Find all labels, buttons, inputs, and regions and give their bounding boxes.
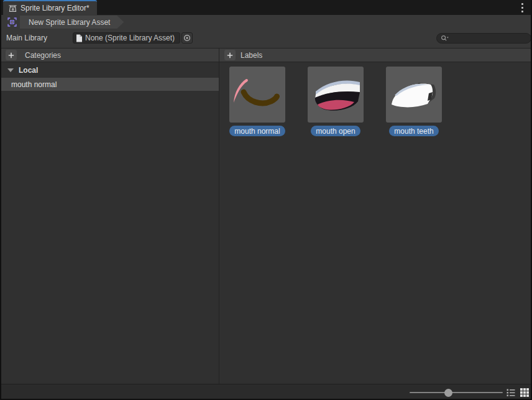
label-card-mouth-normal[interactable]: mouth normal [229, 67, 285, 136]
categories-header: Categories [1, 49, 219, 62]
labels-title: Labels [241, 51, 262, 60]
label-card-mouth-teeth[interactable]: mouth teeth [386, 67, 442, 136]
add-category-button[interactable] [6, 50, 17, 60]
main-library-row: Main Library None (Sprite Library Asset) [1, 29, 531, 48]
tab-title: Sprite Library Editor* [21, 4, 89, 12]
main-library-object-field[interactable]: None (Sprite Library Asset) [73, 32, 180, 44]
add-label-button[interactable] [224, 50, 236, 60]
categories-panel: Local mouth normal [1, 62, 219, 384]
list-view-icon[interactable] [506, 388, 516, 398]
object-picker-icon [183, 34, 191, 42]
label-pill[interactable]: mouth normal [229, 126, 285, 136]
label-pill[interactable]: mouth open [311, 126, 360, 136]
toolbar: New Sprite Library Asset Revert Save Aut… [1, 15, 531, 29]
object-picker-button[interactable] [181, 32, 193, 44]
kebab-menu-icon[interactable] [518, 3, 526, 12]
document-icon [76, 34, 83, 42]
local-foldout[interactable]: Local [1, 64, 219, 77]
label-card-mouth-open[interactable]: mouth open [308, 67, 364, 136]
plus-icon [8, 52, 14, 58]
search-input[interactable] [450, 34, 527, 43]
breadcrumb-label: New Sprite Library Asset [29, 18, 110, 27]
sprite-thumbnail-mouth-open [308, 67, 364, 123]
category-item-label: mouth normal [11, 80, 57, 89]
footer-bar [1, 384, 531, 400]
zoom-slider-track [410, 392, 503, 393]
breadcrumb-new-sprite-library-asset[interactable]: New Sprite Library Asset [20, 16, 124, 29]
sprite-library-icon [8, 4, 17, 13]
labels-header: Labels [219, 49, 531, 62]
zoom-slider[interactable] [410, 384, 503, 400]
grid-view-icon[interactable] [520, 388, 530, 398]
main-library-label: Main Library [6, 34, 47, 42]
category-item-mouth-normal[interactable]: mouth normal [1, 78, 219, 91]
zoom-slider-thumb[interactable] [444, 389, 452, 397]
label-cards: mouth normal mouth open [229, 67, 442, 136]
editor-body: Local mouth normal mouth normal [1, 62, 531, 384]
tab-sprite-library-editor[interactable]: Sprite Library Editor* [3, 0, 97, 15]
local-foldout-label: Local [19, 66, 38, 75]
categories-title: Categories [25, 51, 61, 60]
foldout-triangle-icon [7, 68, 14, 72]
sprite-thumbnail-mouth-teeth [386, 67, 442, 123]
panel-headers: Categories Labels [1, 48, 531, 62]
search-icon [441, 35, 449, 42]
search-field[interactable] [436, 33, 531, 44]
sprite-library-editor-window: Sprite Library Editor* New Sprite Librar… [0, 0, 532, 400]
object-field-value: None (Sprite Library Asset) [85, 34, 175, 42]
sprite-thumbnail-mouth-normal [229, 67, 285, 123]
labels-panel: mouth normal mouth open [219, 62, 531, 384]
tab-bar: Sprite Library Editor* [1, 0, 531, 15]
sprite-asset-icon [7, 17, 17, 27]
label-pill[interactable]: mouth teeth [389, 126, 438, 136]
plus-icon [227, 52, 233, 58]
